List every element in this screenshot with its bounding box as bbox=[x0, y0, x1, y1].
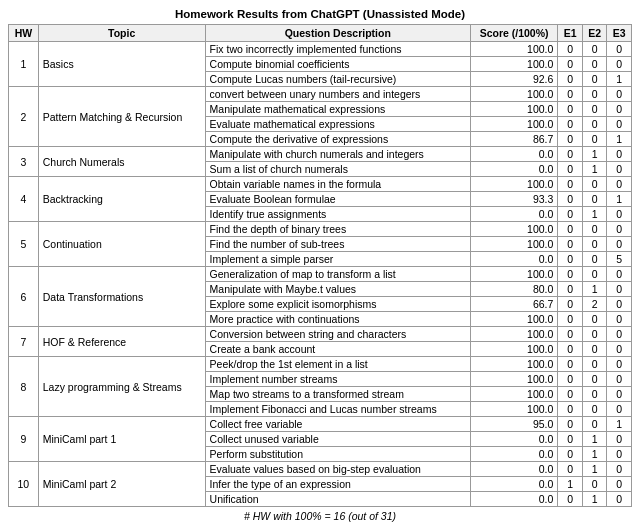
e2-value: 1 bbox=[582, 207, 607, 222]
e2-value: 0 bbox=[582, 42, 607, 57]
question-desc: Implement Fibonacci and Lucas number str… bbox=[205, 402, 470, 417]
e3-value: 0 bbox=[607, 357, 632, 372]
score-value: 0.0 bbox=[470, 447, 558, 462]
e1-value: 0 bbox=[558, 447, 583, 462]
e1-value: 0 bbox=[558, 387, 583, 402]
e3-value: 0 bbox=[607, 177, 632, 192]
score-value: 100.0 bbox=[470, 177, 558, 192]
question-desc: Map two streams to a transformed stream bbox=[205, 387, 470, 402]
question-desc: Implement number streams bbox=[205, 372, 470, 387]
e1-value: 0 bbox=[558, 312, 583, 327]
e3-value: 0 bbox=[607, 297, 632, 312]
topic-name: MiniCaml part 1 bbox=[38, 417, 205, 462]
score-value: 0.0 bbox=[470, 162, 558, 177]
score-value: 92.6 bbox=[470, 72, 558, 87]
e1-value: 0 bbox=[558, 282, 583, 297]
score-value: 100.0 bbox=[470, 267, 558, 282]
e2-value: 0 bbox=[582, 72, 607, 87]
score-value: 0.0 bbox=[470, 462, 558, 477]
e1-value: 0 bbox=[558, 177, 583, 192]
e2-value: 1 bbox=[582, 147, 607, 162]
hw-number: 7 bbox=[9, 327, 39, 357]
e3-value: 0 bbox=[607, 267, 632, 282]
score-value: 100.0 bbox=[470, 372, 558, 387]
e1-value: 0 bbox=[558, 267, 583, 282]
e1-value: 0 bbox=[558, 117, 583, 132]
score-value: 80.0 bbox=[470, 282, 558, 297]
question-desc: Evaluate Boolean formulae bbox=[205, 192, 470, 207]
e2-value: 2 bbox=[582, 297, 607, 312]
e1-value: 0 bbox=[558, 102, 583, 117]
e2-value: 0 bbox=[582, 312, 607, 327]
question-desc: convert between unary numbers and intege… bbox=[205, 87, 470, 102]
topic-name: Pattern Matching & Recursion bbox=[38, 87, 205, 147]
e1-value: 0 bbox=[558, 297, 583, 312]
e3-value: 0 bbox=[607, 42, 632, 57]
score-value: 100.0 bbox=[470, 327, 558, 342]
e1-value: 0 bbox=[558, 342, 583, 357]
score-value: 100.0 bbox=[470, 42, 558, 57]
topic-name: Church Numerals bbox=[38, 147, 205, 177]
hw-number: 5 bbox=[9, 222, 39, 267]
e1-value: 0 bbox=[558, 372, 583, 387]
question-desc: Compute Lucas numbers (tail-recursive) bbox=[205, 72, 470, 87]
e3-value: 0 bbox=[607, 327, 632, 342]
e1-value: 0 bbox=[558, 207, 583, 222]
e3-value: 0 bbox=[607, 432, 632, 447]
e3-value: 0 bbox=[607, 312, 632, 327]
question-desc: Generalization of map to transform a lis… bbox=[205, 267, 470, 282]
e3-value: 0 bbox=[607, 147, 632, 162]
table-row: 4BacktrackingObtain variable names in th… bbox=[9, 177, 632, 192]
e2-value: 1 bbox=[582, 492, 607, 507]
e3-value: 0 bbox=[607, 282, 632, 297]
topic-name: HOF & Reference bbox=[38, 327, 205, 357]
question-desc: Unification bbox=[205, 492, 470, 507]
table-row: 6Data TransformationsGeneralization of m… bbox=[9, 267, 632, 282]
topic-name: Backtracking bbox=[38, 177, 205, 222]
e1-value: 0 bbox=[558, 237, 583, 252]
e2-value: 1 bbox=[582, 162, 607, 177]
e3-value: 5 bbox=[607, 252, 632, 267]
col-question: Question Description bbox=[205, 25, 470, 42]
score-value: 0.0 bbox=[470, 477, 558, 492]
question-desc: Collect unused variable bbox=[205, 432, 470, 447]
col-hw: HW bbox=[9, 25, 39, 42]
score-value: 100.0 bbox=[470, 237, 558, 252]
e2-value: 0 bbox=[582, 372, 607, 387]
e3-value: 1 bbox=[607, 417, 632, 432]
e2-value: 0 bbox=[582, 57, 607, 72]
hw-number: 3 bbox=[9, 147, 39, 177]
e1-value: 0 bbox=[558, 87, 583, 102]
e2-value: 0 bbox=[582, 87, 607, 102]
e3-value: 0 bbox=[607, 162, 632, 177]
table-row: 2Pattern Matching & Recursionconvert bet… bbox=[9, 87, 632, 102]
e2-value: 1 bbox=[582, 447, 607, 462]
e2-value: 0 bbox=[582, 177, 607, 192]
homework-table: Homework Results from ChatGPT (Unassiste… bbox=[8, 8, 632, 523]
table-row: 9MiniCaml part 1Collect free variable95.… bbox=[9, 417, 632, 432]
e1-value: 0 bbox=[558, 132, 583, 147]
e2-value: 0 bbox=[582, 327, 607, 342]
score-value: 100.0 bbox=[470, 102, 558, 117]
question-desc: Implement a simple parser bbox=[205, 252, 470, 267]
e3-value: 0 bbox=[607, 477, 632, 492]
hw-number: 1 bbox=[9, 42, 39, 87]
e2-value: 0 bbox=[582, 102, 607, 117]
hw-number: 2 bbox=[9, 87, 39, 147]
question-desc: Compute binomial coefficients bbox=[205, 57, 470, 72]
hw-number: 8 bbox=[9, 357, 39, 417]
question-desc: Find the number of sub-trees bbox=[205, 237, 470, 252]
e2-value: 0 bbox=[582, 132, 607, 147]
e1-value: 0 bbox=[558, 57, 583, 72]
header-row: HW Topic Question Description Score (/10… bbox=[9, 25, 632, 42]
table-row: 3Church NumeralsManipulate with church n… bbox=[9, 147, 632, 162]
table-row: 10MiniCaml part 2Evaluate values based o… bbox=[9, 462, 632, 477]
e1-value: 0 bbox=[558, 72, 583, 87]
col-e1: E1 bbox=[558, 25, 583, 42]
question-desc: Manipulate with church numerals and inte… bbox=[205, 147, 470, 162]
question-desc: Create a bank account bbox=[205, 342, 470, 357]
question-desc: Sum a list of church numerals bbox=[205, 162, 470, 177]
score-value: 0.0 bbox=[470, 492, 558, 507]
e3-value: 0 bbox=[607, 57, 632, 72]
e2-value: 0 bbox=[582, 117, 607, 132]
